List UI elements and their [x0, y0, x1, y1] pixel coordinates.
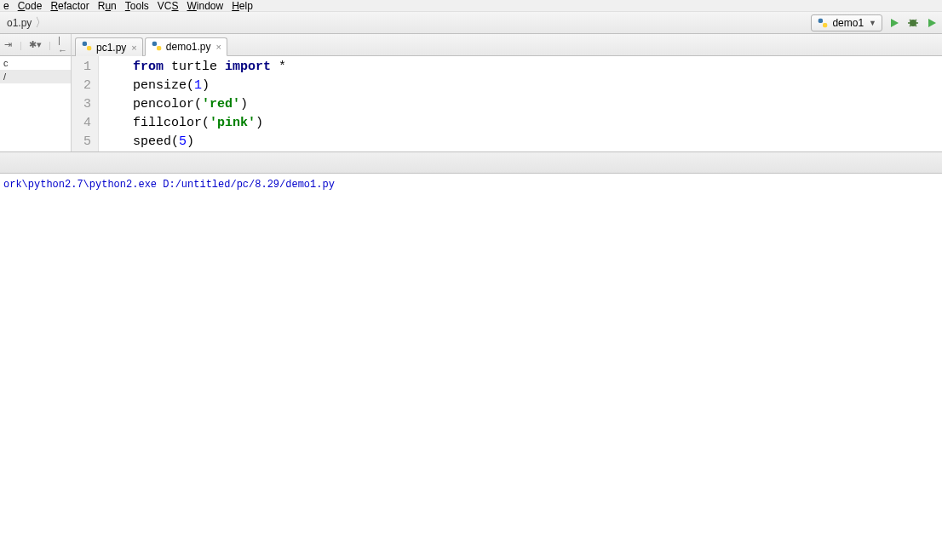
python-file-icon [817, 17, 829, 29]
svg-marker-2 [891, 19, 899, 27]
line-gutter: 12345 [72, 56, 99, 151]
code-content[interactable]: from turtle import *pensize(1)pencolor('… [99, 56, 942, 151]
svg-rect-12 [87, 46, 91, 50]
tool-window-bar[interactable] [0, 151, 942, 174]
menu-window[interactable]: Window [187, 0, 224, 12]
svg-line-6 [910, 20, 911, 21]
python-file-icon [81, 40, 93, 54]
tree-item[interactable]: / [0, 70, 71, 83]
collapse-icon[interactable]: |← [58, 38, 67, 52]
line-number: 3 [72, 95, 98, 114]
python-file-icon [151, 40, 163, 54]
code-line[interactable]: speed(5) [133, 133, 942, 151]
code-line[interactable]: pensize(1) [133, 77, 942, 95]
close-icon[interactable]: × [131, 43, 136, 53]
line-number: 1 [72, 58, 98, 77]
menu-e[interactable]: e [3, 0, 9, 12]
project-tool-window: ⇥ | ✱▾ | |← c/ [0, 34, 72, 151]
run-config-label: demo1 [832, 17, 864, 29]
tab-label: pc1.py [96, 42, 126, 54]
line-number: 4 [72, 114, 98, 133]
svg-rect-11 [83, 42, 87, 46]
line-number: 5 [72, 133, 98, 151]
editor-tabs: pc1.py×demo1.py× [72, 34, 942, 56]
run-configuration-selector[interactable]: demo1 ▼ [811, 14, 882, 31]
run-console[interactable]: ork\python2.7\python2.exe D:/untitled/pc… [0, 174, 942, 196]
code-line[interactable]: from turtle import * [133, 58, 942, 77]
close-icon[interactable]: × [216, 42, 221, 52]
svg-line-9 [915, 25, 916, 26]
menu-refactor[interactable]: Refactor [50, 0, 89, 12]
gear-icon[interactable]: ✱▾ [29, 38, 42, 52]
menu-tools[interactable]: Tools [125, 0, 149, 12]
divider: | [45, 38, 55, 52]
navigation-bar: o1.py 〉 demo1 ▼ [0, 12, 942, 34]
debug-button[interactable] [906, 16, 920, 30]
chevron-down-icon: ▼ [869, 19, 876, 27]
menu-help[interactable]: Help [232, 0, 253, 12]
svg-line-8 [910, 25, 911, 26]
menu-vcs[interactable]: VCS [158, 0, 179, 12]
sidebar-toolbar: ⇥ | ✱▾ | |← [0, 34, 71, 56]
svg-rect-14 [157, 46, 161, 50]
divider: | [16, 38, 26, 52]
svg-rect-1 [823, 23, 827, 27]
tree-item[interactable]: c [0, 56, 71, 70]
menu-bar: eCodeRefactorRunToolsVCSWindowHelp [0, 0, 942, 12]
console-output-line: ork\python2.7\python2.exe D:/untitled/pc… [3, 179, 335, 191]
chevron-right-icon: 〉 [35, 15, 47, 31]
line-number: 2 [72, 77, 98, 95]
scroll-from-source-icon[interactable]: ⇥ [3, 38, 13, 52]
breadcrumb: o1.py 〉 [3, 15, 47, 31]
svg-line-7 [915, 20, 916, 21]
editor-tab-demo1-py[interactable]: demo1.py× [145, 37, 227, 56]
breadcrumb-file[interactable]: o1.py [3, 17, 35, 29]
editor-tab-pc1-py[interactable]: pc1.py× [75, 37, 143, 56]
run-with-coverage-button[interactable] [925, 16, 939, 30]
svg-rect-13 [152, 41, 157, 45]
menu-code[interactable]: Code [18, 0, 43, 12]
code-editor[interactable]: 12345 from turtle import *pensize(1)penc… [72, 56, 942, 151]
svg-marker-10 [928, 19, 936, 27]
run-button[interactable] [887, 16, 901, 30]
tab-label: demo1.py [166, 41, 211, 53]
menu-run[interactable]: Run [98, 0, 117, 12]
code-line[interactable]: fillcolor('pink') [133, 114, 942, 133]
code-line[interactable]: pencolor('red') [133, 95, 942, 114]
svg-rect-0 [819, 18, 823, 22]
